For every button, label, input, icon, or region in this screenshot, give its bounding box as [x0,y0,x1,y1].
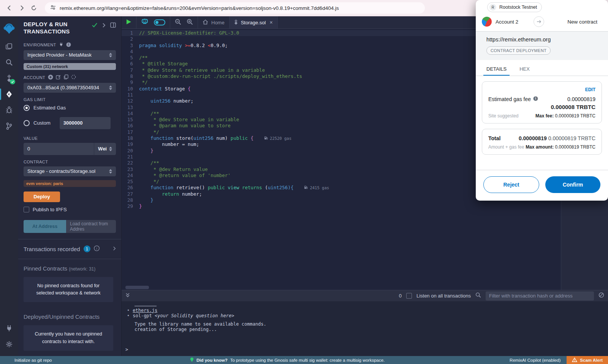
value-unit-select[interactable]: Wei [94,143,116,155]
account-select[interactable]: 0xA03...85ac4 (0.398673504934 [24,83,116,93]
radio-unselected-icon[interactable] [24,120,30,126]
terminal-line: sol-gpt <your Solidity question here> [127,313,608,319]
chevron-updown-icon [109,85,112,90]
line-number: 27 [122,191,139,197]
deploy-panel: DEPLOY & RUN TRANSACTIONS ENVIRONMENT i … [18,16,122,356]
edit-gas-link[interactable]: EDIT [488,87,595,92]
amount-gas-label: Amount + gas fee [488,144,524,150]
zoom-out-icon[interactable] [175,19,181,27]
transactions-count-badge: 1 [84,245,90,252]
terminal-lines: ethers.jssol-gpt <your Solidity question… [127,302,608,332]
pinned-empty-message: No pinned contracts found for selected w… [24,277,113,302]
home-icon [203,19,208,26]
terminal-prompt[interactable]: > [125,347,128,352]
gas-fee-label: Estimated gas fee [488,96,531,102]
ai-copilot-icon[interactable] [141,18,149,27]
pinned-contracts-title: Pinned Contracts (network: 31) [18,259,121,275]
line-number: 22 [122,160,139,166]
remix-logo [0,19,18,38]
chevron-right-icon[interactable] [102,22,106,29]
line-number: 14 [122,111,139,117]
contract-select[interactable]: Storage - contracts/Storage.sol [24,166,116,176]
gas-limit-input[interactable]: 3000000 [60,117,111,129]
refresh-spinner-icon[interactable] [71,74,76,80]
gas-fee-native: 0.000008 TRBTC [488,104,595,110]
estimated-gas-option[interactable]: Estimated Gas [24,105,116,111]
confirm-button[interactable]: Confirm [545,176,600,193]
copy-account-icon[interactable] [63,74,68,80]
zoom-in-icon[interactable] [187,19,193,27]
solidity-compiler-icon[interactable] [0,70,18,86]
tab-hex[interactable]: HEX [516,62,533,76]
collapse-terminal-icon[interactable] [125,293,130,299]
listen-label: Listen on all transactions [416,293,471,299]
transactions-recorded-row[interactable]: Transactions recorded 1 i [18,239,121,259]
edit-account-icon[interactable] [56,74,61,80]
git-init-label[interactable]: Initialize as git repo [0,358,52,362]
line-number: 11 [122,92,139,98]
forward-icon[interactable] [17,4,26,12]
debugger-icon[interactable] [0,102,18,118]
run-script-icon[interactable] [126,19,131,26]
info-icon[interactable]: i [66,42,71,48]
gas-limit-label: GAS LIMIT [24,97,46,102]
tip-title: Did you know? [196,358,228,362]
copilot-status[interactable]: RemixAI Copilot (enabled) [510,358,567,362]
terminal[interactable]: ethers.jssol-gpt <your Solidity question… [122,301,608,356]
warning-icon [572,358,577,363]
git-icon[interactable] [0,118,18,134]
address-bar[interactable]: remix.ethereum.org/#lang=en&optimize=fal… [45,2,425,14]
line-number: 9 [122,79,139,85]
value-input[interactable]: 0 [24,143,94,155]
site-settings-icon[interactable] [50,5,56,12]
network-pill[interactable]: R Rootstock Testnet [487,2,542,12]
environment-select[interactable]: Injected Provider - MetaMask [24,50,116,60]
terminal-line [127,319,608,321]
url-text: remix.ethereum.org/#lang=en&optimize=fal… [60,5,339,11]
radio-selected-icon[interactable] [24,105,30,111]
reject-button[interactable]: Reject [483,176,539,193]
chevron-updown-icon [109,169,112,174]
copilot-toggle[interactable] [154,19,165,25]
publish-ipfs-option[interactable]: Publish to IPFS [24,207,116,212]
line-number: 16 [122,123,139,129]
clear-terminal-icon[interactable] [598,292,604,299]
add-account-icon[interactable] [48,74,53,81]
filter-input[interactable] [486,291,594,301]
from-account: Account 2 [496,19,518,25]
panel-title: DEPLOY & RUN TRANSACTIONS [24,21,81,35]
value-unit: Wei [98,146,107,152]
info-outline-icon[interactable]: i [94,245,100,253]
arrow-right-icon [534,16,544,27]
deploy-run-icon[interactable] [0,86,18,102]
tab-home[interactable]: Home [198,16,230,28]
line-number: 1 [122,30,139,36]
svg-text:i: i [96,246,97,250]
code-line[interactable]: 29} [122,203,608,209]
info-icon[interactable]: i [533,96,538,102]
checkbox-icon[interactable] [24,207,29,212]
custom-gas-option[interactable]: Custom 3000000 [24,117,116,129]
horizontal-scrollbar[interactable] [125,286,149,289]
at-address-input[interactable]: Load contract from Addres [66,220,116,233]
tab-storage-sol[interactable]: Storage.sol × [230,16,278,28]
deploy-button[interactable]: Deploy [24,191,60,202]
back-icon[interactable] [5,4,14,12]
terminal-search-icon[interactable] [475,292,481,299]
search-icon[interactable] [0,54,18,70]
reload-icon[interactable] [30,4,38,12]
tab-details[interactable]: DETAILS [483,62,510,76]
plug-icon[interactable] [59,42,63,47]
scam-alert-button[interactable]: Scam Alert [567,356,608,364]
at-address-button[interactable]: At Address [24,220,66,233]
pin-panel-icon[interactable] [110,22,116,29]
chevron-right-icon[interactable] [113,245,116,252]
file-explorer-icon[interactable] [0,38,18,54]
terminal-line: ethers.js [127,308,608,313]
listen-checkbox[interactable] [406,293,412,299]
settings-icon[interactable] [0,336,18,352]
max-amount-value: 0.00000819 TRBTC [555,144,595,150]
close-tab-icon[interactable]: × [269,19,272,25]
line-number: 5 [122,55,139,61]
plugin-manager-icon[interactable] [0,320,18,336]
